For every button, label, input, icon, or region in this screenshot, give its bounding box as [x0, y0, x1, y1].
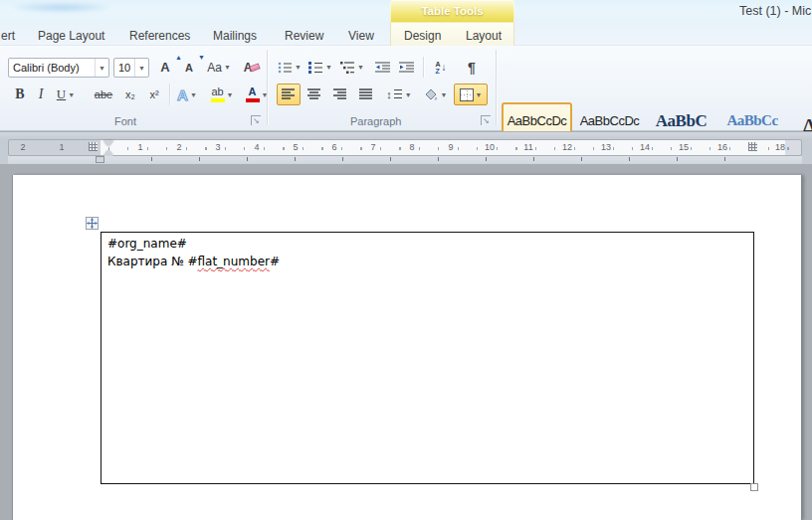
- divider: [423, 57, 424, 78]
- ruler-number: 13: [601, 142, 611, 152]
- decrease-indent-button[interactable]: [372, 57, 394, 78]
- tab-layout[interactable]: Layout: [462, 27, 506, 45]
- italic-icon: I: [39, 87, 44, 102]
- chevron-down-icon[interactable]: ▼: [357, 64, 364, 71]
- ruler-number: 1: [137, 142, 142, 152]
- font-dialog-launcher-icon[interactable]: ↘: [251, 115, 261, 125]
- table-cell[interactable]: #org_name# Квартира № #flat_number#: [101, 232, 754, 484]
- multilevel-list-button[interactable]: ▼: [337, 57, 367, 78]
- ruler-number: 12: [562, 142, 572, 152]
- tab-stop-tick: [438, 157, 439, 161]
- font-name-value: Calibri (Body): [13, 62, 80, 74]
- strikethrough-icon: abe: [95, 88, 112, 100]
- chevron-down-icon[interactable]: ▼: [190, 91, 197, 98]
- quick-access-toolbar[interactable]: [14, 3, 108, 12]
- chevron-down-icon[interactable]: ▼: [476, 91, 483, 98]
- font-name-combo[interactable]: Calibri (Body) ▼: [8, 58, 109, 78]
- paragraph-dialog-launcher-icon[interactable]: ↘: [481, 115, 491, 125]
- paragraph-group-label: Paragraph: [350, 115, 401, 127]
- chevron-down-icon[interactable]: ▼: [227, 91, 234, 98]
- table-move-handle[interactable]: [86, 217, 99, 230]
- font-color-icon: A: [246, 87, 260, 102]
- document-page[interactable]: #org_name# Квартира № #flat_number#: [12, 175, 802, 520]
- move-cross-icon: [87, 218, 98, 229]
- tab-stop-strip: [8, 156, 802, 164]
- subscript-button[interactable]: x₂: [119, 84, 141, 105]
- ruler-number: 8: [409, 142, 414, 152]
- chevron-down-icon[interactable]: ▼: [95, 59, 108, 77]
- align-left-button[interactable]: [277, 84, 301, 105]
- table-column-marker-left-icon[interactable]: [89, 142, 98, 151]
- align-right-button[interactable]: [328, 84, 352, 105]
- chevron-down-icon[interactable]: ▼: [441, 91, 448, 98]
- tab-design[interactable]: Design: [400, 27, 445, 45]
- word-window: Table Tools Test (1) - Mic ert Page Layo…: [0, 0, 812, 520]
- style-preview: AaBbC: [656, 111, 707, 131]
- line-spacing-button[interactable]: ↕ ▼: [384, 84, 414, 105]
- tab-stop-tick: [295, 157, 296, 161]
- underline-button[interactable]: U▼: [52, 84, 80, 105]
- font-size-combo[interactable]: 10 ▼: [113, 58, 149, 78]
- table-column-marker-right-icon[interactable]: [748, 142, 757, 151]
- show-hide-pilcrow-button[interactable]: ¶: [461, 57, 483, 78]
- highlight-color-button[interactable]: ab ▼: [205, 84, 239, 105]
- italic-button[interactable]: I: [32, 84, 50, 105]
- sort-az-icon: AZ: [435, 61, 440, 75]
- chevron-down-icon[interactable]: ▼: [405, 91, 412, 98]
- increase-indent-button[interactable]: [396, 57, 418, 78]
- grow-font-button[interactable]: A▲: [154, 57, 176, 78]
- tab-page-layout[interactable]: Page Layout: [34, 27, 108, 45]
- numbering-button[interactable]: ▼: [306, 57, 334, 78]
- chevron-down-icon[interactable]: ▼: [134, 59, 148, 77]
- tab-mailings[interactable]: Mailings: [209, 27, 261, 45]
- ribbon-bottom-edge: [0, 131, 812, 139]
- borders-icon: [460, 88, 474, 101]
- text-effects-icon: A: [177, 87, 188, 103]
- strikethrough-button[interactable]: abe: [90, 84, 117, 105]
- ruler-number: 3: [215, 142, 220, 152]
- tab-stop-tick: [342, 157, 343, 161]
- bullets-button[interactable]: ▼: [276, 57, 304, 78]
- align-center-button[interactable]: [303, 84, 326, 105]
- tab-stop-tick: [677, 157, 678, 161]
- tab-insert-partial[interactable]: ert: [0, 27, 19, 45]
- tab-stop-tick: [533, 157, 534, 161]
- horizontal-ruler[interactable]: 211234567891011121314151618: [8, 139, 802, 156]
- text-effects-button[interactable]: A▼: [173, 84, 201, 105]
- shrink-font-button[interactable]: A▼: [179, 57, 199, 78]
- tab-stop-tick: [247, 157, 248, 161]
- tab-stop-tick: [151, 157, 152, 161]
- style-preview: AaBbCcDc: [580, 113, 640, 128]
- bullets-icon: [278, 62, 293, 74]
- tab-stop-tick: [390, 157, 391, 161]
- table-resize-handle[interactable]: [750, 483, 758, 491]
- borders-button[interactable]: ▼: [454, 84, 488, 105]
- justify-button[interactable]: [354, 84, 378, 105]
- chevron-down-icon[interactable]: ▼: [295, 64, 302, 71]
- tab-view[interactable]: View: [344, 27, 378, 45]
- change-case-button[interactable]: Aa▼: [204, 57, 234, 78]
- ruler-number: 14: [640, 142, 650, 152]
- down-arrow-icon: ↓: [442, 62, 447, 73]
- sort-button[interactable]: AZ ↓: [429, 57, 453, 78]
- ruler-number: 7: [370, 142, 375, 152]
- left-indent-marker[interactable]: [96, 156, 104, 163]
- underline-icon: U: [57, 87, 66, 102]
- align-right-icon: [333, 88, 347, 100]
- chevron-down-icon[interactable]: ▼: [68, 91, 75, 98]
- tab-references[interactable]: References: [125, 27, 194, 45]
- divider: [169, 84, 170, 105]
- highlight-icon: ab: [211, 87, 225, 102]
- chevron-down-icon: ▼: [224, 64, 231, 71]
- ruler-number: 1: [59, 142, 64, 152]
- first-line-indent-marker[interactable]: [103, 140, 113, 146]
- tab-review[interactable]: Review: [281, 27, 327, 45]
- doc-line-2-misspelled: flat_number: [198, 255, 270, 268]
- bold-button[interactable]: B: [10, 84, 30, 105]
- shading-button[interactable]: ▼: [420, 84, 450, 105]
- superscript-button[interactable]: x²: [143, 84, 165, 105]
- divider: [267, 50, 268, 125]
- chevron-down-icon[interactable]: ▼: [325, 64, 332, 71]
- ruler-number: 18: [775, 142, 785, 152]
- clear-formatting-button[interactable]: A: [239, 57, 265, 78]
